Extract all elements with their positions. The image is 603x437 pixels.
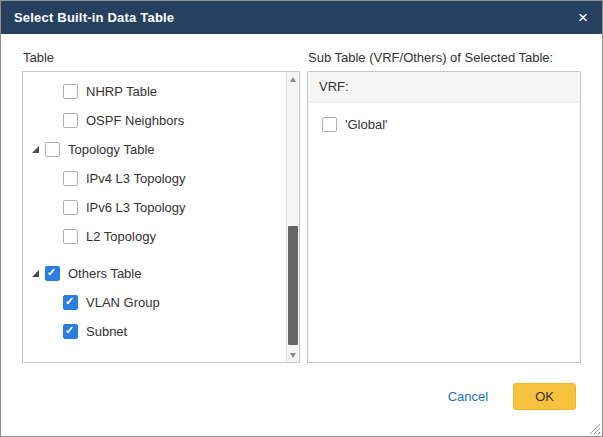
tree-item[interactable]: Subnet	[31, 317, 299, 346]
vrf-item[interactable]: 'Global'	[308, 103, 580, 132]
tree-item-label: OSPF Neighbors	[86, 113, 184, 128]
vrf-header: VRF:	[308, 72, 580, 103]
tree-item[interactable]: L2 Topology	[31, 222, 299, 251]
tree-item[interactable]: IPv6 L3 Topology	[31, 193, 299, 222]
expander-spacer	[49, 325, 63, 339]
expand-triangle-icon[interactable]	[31, 267, 45, 281]
checkbox[interactable]	[63, 324, 78, 339]
tree-item[interactable]: VLAN Group	[31, 288, 299, 317]
scrollbar-thumb[interactable]	[288, 226, 298, 345]
tree-item-label: IPv4 L3 Topology	[86, 171, 186, 186]
checkbox[interactable]	[63, 200, 78, 215]
tree-item[interactable]: OSPF Neighbors	[31, 106, 299, 135]
table-section-label: Table	[23, 50, 300, 65]
tree-item-label: Topology Table	[68, 142, 155, 157]
table-tree: NHRP TableOSPF NeighborsTopology TableIP…	[23, 72, 299, 346]
checkbox[interactable]	[63, 229, 78, 244]
vrf-listbox: VRF: 'Global'	[307, 71, 581, 363]
checkbox[interactable]	[63, 84, 78, 99]
table-tree-listbox: NHRP TableOSPF NeighborsTopology TableIP…	[22, 71, 300, 363]
checkbox[interactable]	[45, 142, 60, 157]
tree-item[interactable]: IPv4 L3 Topology	[31, 164, 299, 193]
scrollbar-up-arrow-icon[interactable]	[287, 72, 300, 86]
vrf-list: 'Global'	[308, 103, 580, 132]
expander-spacer	[49, 201, 63, 215]
tree-item[interactable]: Others Table	[31, 259, 299, 288]
scrollbar-down-arrow-icon[interactable]	[287, 348, 300, 362]
expand-triangle-icon[interactable]	[31, 143, 45, 157]
expander-spacer	[49, 85, 63, 99]
checkbox[interactable]	[63, 171, 78, 186]
vrf-item-label: 'Global'	[345, 117, 388, 132]
checkbox[interactable]	[322, 117, 337, 132]
tree-item-label: Others Table	[68, 266, 141, 281]
dialog-body: Table NHRP TableOSPF NeighborsTopology T…	[1, 34, 602, 363]
dialog-title: Select Built-in Data Table	[14, 10, 174, 25]
expander-spacer	[49, 172, 63, 186]
expander-spacer	[49, 296, 63, 310]
subtable-section-label: Sub Table (VRF/Others) of Selected Table…	[308, 50, 581, 65]
expander-spacer	[49, 114, 63, 128]
tree-item[interactable]: Topology Table	[31, 135, 299, 164]
close-icon[interactable]: ×	[578, 9, 588, 26]
expander-spacer	[49, 230, 63, 244]
tree-item[interactable]: NHRP Table	[31, 77, 299, 106]
table-section: Table NHRP TableOSPF NeighborsTopology T…	[22, 48, 300, 363]
resize-handle-icon[interactable]	[589, 423, 600, 434]
tree-item-label: IPv6 L3 Topology	[86, 200, 186, 215]
tree-item-label: VLAN Group	[86, 295, 160, 310]
tree-item-label: NHRP Table	[86, 84, 157, 99]
dialog-titlebar[interactable]: Select Built-in Data Table ×	[1, 1, 602, 34]
ok-button[interactable]: OK	[513, 383, 576, 410]
checkbox[interactable]	[45, 266, 60, 281]
subtable-section: Sub Table (VRF/Others) of Selected Table…	[307, 48, 581, 363]
tree-scrollbar[interactable]	[286, 72, 299, 362]
tree-item-label: L2 Topology	[86, 229, 156, 244]
dialog-footer: Cancel OK	[1, 363, 602, 410]
checkbox[interactable]	[63, 113, 78, 128]
checkbox[interactable]	[63, 295, 78, 310]
cancel-button[interactable]: Cancel	[448, 389, 488, 404]
select-built-in-data-table-dialog: Select Built-in Data Table × Table NHRP …	[0, 0, 603, 437]
tree-item-label: Subnet	[86, 324, 127, 339]
